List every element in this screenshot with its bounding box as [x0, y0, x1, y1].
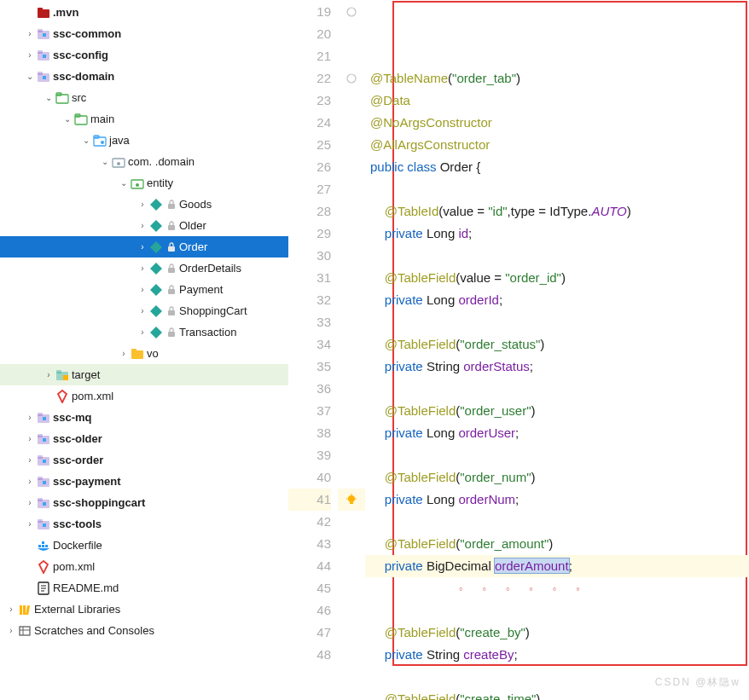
- gutter-spacer: [338, 577, 365, 599]
- code-line[interactable]: private String createBy;: [365, 644, 749, 666]
- code-line[interactable]: [365, 511, 749, 533]
- chevron-down-icon[interactable]: ⌄: [99, 157, 111, 166]
- chevron-right-icon[interactable]: ›: [136, 221, 148, 230]
- svg-marker-22: [150, 199, 162, 211]
- svg-point-75: [348, 495, 355, 502]
- chevron-right-icon[interactable]: ›: [136, 285, 148, 294]
- chevron-right-icon[interactable]: ›: [24, 498, 36, 507]
- chevron-right-icon[interactable]: ›: [136, 263, 148, 273]
- tree-item-pom-xml[interactable]: pom.xml: [0, 385, 288, 407]
- code-line[interactable]: private String orderStatus;: [365, 356, 749, 378]
- tree-item-pom-xml[interactable]: pom.xml: [0, 556, 288, 577]
- code-line[interactable]: [365, 599, 749, 622]
- code-editor[interactable]: 1920212223242526272829303132333435363738…: [288, 0, 749, 700]
- tree-item-external-libraries[interactable]: ›External Libraries: [0, 599, 288, 620]
- tree-item-label: pom.xml: [72, 390, 113, 402]
- code-line[interactable]: [365, 311, 749, 333]
- code-line[interactable]: @Data: [365, 90, 749, 112]
- chevron-down-icon[interactable]: ⌄: [43, 93, 55, 102]
- tree-item-ssc-tools[interactable]: ›ssc-tools: [0, 513, 288, 535]
- code-line[interactable]: private Long id;: [365, 223, 749, 245]
- line-number: 31: [288, 267, 331, 289]
- tree-item-ssc-order[interactable]: ›ssc-order: [0, 449, 288, 471]
- code-line[interactable]: @TableField("order_amount"): [365, 533, 749, 555]
- code-line[interactable]: @TableField("order_user"): [365, 400, 749, 422]
- tree-item-transaction[interactable]: ›Transaction: [0, 321, 288, 343]
- chevron-down-icon[interactable]: ⌄: [80, 136, 92, 145]
- tree-item-shoppingcart[interactable]: ›ShoppingCart: [0, 300, 288, 321]
- code-area[interactable]: @TableName("order_tab")@Data@NoArgsConst…: [365, 0, 749, 700]
- code-line[interactable]: [365, 378, 749, 400]
- line-number: 35: [288, 356, 331, 378]
- code-line[interactable]: @TableField("order_num"): [365, 466, 749, 489]
- chevron-right-icon[interactable]: ›: [24, 519, 36, 529]
- code-line[interactable]: [365, 444, 749, 466]
- chevron-right-icon[interactable]: ›: [136, 306, 148, 315]
- code-line[interactable]: private Long orderId;: [365, 289, 749, 311]
- chevron-right-icon[interactable]: ›: [118, 349, 130, 358]
- code-line[interactable]: @TableId(value = "id",type = IdType.AUTO…: [365, 200, 749, 223]
- chevron-right-icon[interactable]: ›: [24, 413, 36, 422]
- tree-item-older[interactable]: ›Older: [0, 215, 288, 236]
- tree-item-target[interactable]: ›target: [0, 364, 288, 385]
- code-line[interactable]: @TableField("create_by"): [365, 622, 749, 644]
- tree-item-scratches-and-consoles[interactable]: ›Scratches and Consoles: [0, 620, 288, 641]
- class-icon: [148, 304, 164, 318]
- tree-item-readme-md[interactable]: README.md: [0, 577, 288, 599]
- code-line[interactable]: [365, 178, 749, 200]
- chevron-right-icon[interactable]: ›: [24, 477, 36, 486]
- tree-item-ssc-common[interactable]: ›ssc-common: [0, 23, 288, 44]
- code-line[interactable]: @AllArgsConstructor: [365, 134, 749, 156]
- chevron-right-icon[interactable]: ›: [136, 327, 148, 337]
- tree-item-entity[interactable]: ⌄entity: [0, 172, 288, 194]
- svg-rect-29: [168, 268, 175, 273]
- tree-item-ssc-older[interactable]: ›ssc-older: [0, 428, 288, 449]
- scratch-icon: [17, 625, 32, 637]
- chevron-right-icon[interactable]: ›: [24, 434, 36, 443]
- chevron-down-icon[interactable]: ⌄: [61, 114, 73, 124]
- code-line[interactable]: @TableField("order_status"): [365, 333, 749, 356]
- code-line[interactable]: public class Order {: [365, 156, 749, 178]
- code-line[interactable]: private BigDecimal orderAmount;: [365, 555, 749, 577]
- tree-item-ssc-shoppingcart[interactable]: ›ssc-shoppingcart: [0, 492, 288, 513]
- tree-item-vo[interactable]: ›vo: [0, 343, 288, 364]
- svg-rect-23: [168, 204, 175, 209]
- tree-item-dockerfile[interactable]: Dockerfile: [0, 535, 288, 556]
- chevron-right-icon[interactable]: ›: [24, 50, 36, 60]
- chevron-right-icon[interactable]: ›: [24, 29, 36, 38]
- chevron-right-icon[interactable]: ›: [5, 626, 17, 635]
- chevron-down-icon[interactable]: ⌄: [24, 72, 36, 81]
- code-line[interactable]: private Long orderUser;: [365, 422, 749, 444]
- tree-item-orderdetails[interactable]: ›OrderDetails: [0, 257, 288, 279]
- tree-item-java[interactable]: ⌄java: [0, 130, 288, 151]
- code-line[interactable]: private Long orderNum;: [365, 489, 749, 511]
- code-line[interactable]: @TableField(value = "order_id"): [365, 267, 749, 289]
- svg-point-21: [136, 183, 139, 187]
- tree-item-order[interactable]: ›Order: [0, 236, 288, 257]
- svg-rect-67: [20, 605, 22, 615]
- class-icon: [148, 283, 164, 297]
- chevron-right-icon[interactable]: ›: [5, 605, 17, 614]
- code-line[interactable]: [365, 245, 749, 267]
- chevron-right-icon[interactable]: ›: [136, 200, 148, 209]
- tree-item-ssc-config[interactable]: ›ssc-config: [0, 44, 288, 66]
- chevron-right-icon[interactable]: ›: [136, 242, 148, 252]
- tree-item-src[interactable]: ⌄src: [0, 87, 288, 108]
- tree-item-ssc-payment[interactable]: ›ssc-payment: [0, 471, 288, 492]
- tree-item-payment[interactable]: ›Payment: [0, 279, 288, 300]
- chevron-right-icon[interactable]: ›: [24, 455, 36, 465]
- code-line[interactable]: @NoArgsConstructor: [365, 112, 749, 134]
- project-tree[interactable]: .mvn›ssc-common›ssc-config⌄ssc-domain⌄sr…: [0, 0, 288, 700]
- tree-item-main[interactable]: ⌄main: [0, 108, 288, 130]
- tree-item-ssc-mq[interactable]: ›ssc-mq: [0, 407, 288, 428]
- tree-item-ssc-domain[interactable]: ⌄ssc-domain: [0, 66, 288, 87]
- tree-item--mvn[interactable]: .mvn: [0, 2, 288, 23]
- svg-marker-32: [150, 305, 162, 317]
- chevron-right-icon[interactable]: ›: [43, 370, 55, 379]
- tree-item-com-domain[interactable]: ⌄com. .domain: [0, 151, 288, 172]
- tree-item-goods[interactable]: ›Goods: [0, 194, 288, 215]
- line-number: 36: [288, 378, 331, 400]
- code-line[interactable]: @TableName("order_tab"): [365, 67, 749, 90]
- package-icon: [130, 177, 145, 189]
- chevron-down-icon[interactable]: ⌄: [118, 178, 130, 188]
